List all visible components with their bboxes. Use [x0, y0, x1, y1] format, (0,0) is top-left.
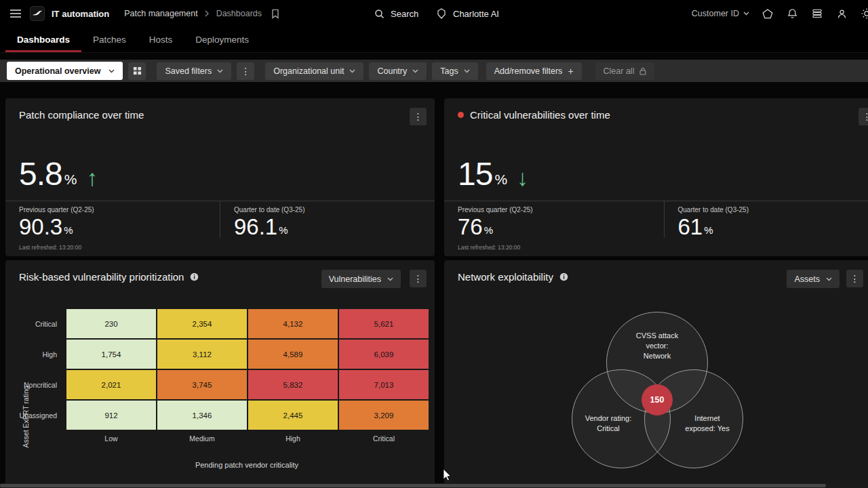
- kpi-value: 5.8 % ↑: [19, 158, 98, 190]
- filter-country[interactable]: Country: [369, 62, 427, 80]
- tab-dashboards[interactable]: Dashboards: [5, 27, 81, 52]
- plus-icon: +: [568, 66, 573, 77]
- hamburger-menu-button[interactable]: [7, 6, 24, 21]
- kebab-icon: ⋮: [863, 112, 868, 121]
- stat-label: Previous quarter (Q2-25): [19, 206, 206, 214]
- card-kebab-button[interactable]: ⋮: [410, 108, 427, 125]
- breadcrumb-patch-management[interactable]: Patch management: [124, 9, 197, 18]
- stack-button[interactable]: [810, 7, 824, 20]
- breadcrumb-dashboards[interactable]: Dashboards: [216, 9, 262, 18]
- info-icon[interactable]: [559, 272, 568, 281]
- kebab-icon: ⋮: [850, 274, 860, 283]
- venn-intersection-value[interactable]: 150: [642, 384, 673, 415]
- stat-unit: %: [484, 224, 493, 236]
- filter-tags[interactable]: Tags: [432, 62, 477, 80]
- grid-icon: [133, 66, 142, 75]
- topbar: IT automation Patch management Dashboard…: [0, 0, 868, 27]
- assets-dropdown[interactable]: Assets: [787, 270, 840, 288]
- customer-id-dropdown[interactable]: Customer ID: [692, 9, 749, 18]
- heatmap-cell[interactable]: 3,209: [339, 401, 429, 430]
- tab-deployments[interactable]: Deployments: [184, 27, 260, 52]
- bookmark-button[interactable]: [269, 6, 282, 22]
- stat-unit: %: [704, 224, 713, 236]
- dashboard-view-label: Operational overview: [15, 66, 100, 76]
- filter-label: Organizational unit: [273, 66, 344, 76]
- stat-previous-quarter: Previous quarter (Q2-25) 90.3 %: [5, 201, 220, 238]
- stat-unit: %: [64, 224, 73, 236]
- heatmap-cell[interactable]: 2,445: [248, 401, 338, 430]
- card-kebab-button[interactable]: ⋮: [859, 108, 868, 125]
- lock-icon: [639, 67, 646, 75]
- store-button[interactable]: [761, 7, 774, 20]
- global-search[interactable]: Search: [374, 9, 418, 19]
- card-title: Patch compliance over time: [19, 109, 144, 121]
- bell-icon: [787, 8, 797, 19]
- info-icon[interactable]: [190, 272, 199, 281]
- layout-toggle-button[interactable]: [128, 62, 146, 80]
- heatmap-cell[interactable]: 4,132: [248, 309, 338, 338]
- stat-value: 61: [678, 216, 703, 238]
- kpi-value: 15 % ↓: [458, 158, 528, 190]
- heatmap-cell[interactable]: 2,021: [66, 370, 156, 399]
- card-risk-prioritization: Risk-based vulnerability prioritization …: [5, 260, 435, 488]
- heatmap-cell[interactable]: 2,354: [157, 309, 247, 338]
- saved-filters-label: Saved filters: [165, 66, 212, 76]
- heatmap-cell[interactable]: 1,346: [157, 401, 247, 430]
- heatmap: Asset ExPRT rating Critical2302,3544,132…: [14, 309, 429, 446]
- search-label: Search: [391, 9, 418, 19]
- dashboard-view-select[interactable]: Operational overview: [7, 62, 123, 80]
- notifications-button[interactable]: [786, 7, 799, 20]
- scrollbar-thumb[interactable]: [0, 484, 826, 487]
- add-remove-filters-button[interactable]: Add/remove filters +: [486, 62, 582, 80]
- stat-quarter-to-date: Quarter to date (Q3-25) 96.1 %: [220, 201, 435, 238]
- heatmap-cell[interactable]: 912: [66, 401, 156, 430]
- heatmap-cell[interactable]: 5,832: [248, 370, 338, 399]
- stat-label: Quarter to date (Q3-25): [678, 206, 868, 214]
- heatmap-col-label: Low: [66, 432, 156, 445]
- heatmap-x-axis-label: Pending patch vendor criticality: [65, 461, 429, 469]
- heatmap-cell[interactable]: 3,745: [157, 370, 247, 399]
- chevron-right-icon: [205, 10, 210, 17]
- customer-id-label: Customer ID: [692, 9, 739, 18]
- card-title-text: Patch compliance over time: [19, 109, 144, 121]
- stack-icon: [812, 9, 823, 18]
- vulnerabilities-dropdown[interactable]: Vulnerabilities: [321, 270, 401, 288]
- heatmap-cell[interactable]: 1,754: [66, 340, 156, 369]
- hamburger-icon: [9, 9, 22, 18]
- stat-value: 76: [458, 216, 483, 238]
- clear-all-label: Clear all: [604, 66, 635, 76]
- filters-toolbar: Operational overview Saved filters ⋮ Org…: [0, 60, 868, 82]
- tab-hosts[interactable]: Hosts: [138, 27, 184, 52]
- last-refreshed: Last refreshed: 13:20:00: [458, 244, 520, 251]
- heatmap-cell[interactable]: 6,039: [339, 340, 429, 369]
- profile-button[interactable]: [835, 7, 848, 20]
- user-icon: [837, 9, 847, 19]
- card-kebab-button[interactable]: ⋮: [846, 270, 863, 287]
- heatmap-cell[interactable]: 5,621: [339, 309, 429, 338]
- card-network-exploitability: Network exploitability Assets ⋮ CVSS att…: [444, 260, 868, 488]
- heatmap-cell[interactable]: 230: [66, 309, 156, 338]
- tab-patches[interactable]: Patches: [81, 27, 138, 52]
- venn-label-vendor: Vendor rating: Critical: [566, 413, 650, 434]
- charlotte-ai-label: Charlotte AI: [453, 9, 499, 19]
- filter-organizational-unit[interactable]: Organizational unit: [265, 62, 363, 80]
- card-title: Risk-based vulnerability prioritization: [19, 271, 199, 283]
- heatmap-cell[interactable]: 4,589: [248, 340, 338, 369]
- toolbar-kebab-button[interactable]: ⋮: [237, 62, 254, 80]
- chevron-down-icon: [743, 12, 749, 16]
- sun-icon: [861, 8, 868, 19]
- heatmap-cell[interactable]: 3,112: [157, 340, 247, 369]
- card-kebab-button[interactable]: ⋮: [410, 270, 427, 287]
- charlotte-ai-button[interactable]: Charlotte AI: [436, 8, 499, 19]
- heatmap-cell[interactable]: 7,013: [339, 370, 429, 399]
- breadcrumb: Patch management Dashboards: [124, 6, 282, 22]
- clear-all-button[interactable]: Clear all: [595, 62, 655, 80]
- theme-button[interactable]: [860, 7, 868, 20]
- horizontal-scrollbar[interactable]: [0, 483, 868, 488]
- heatmap-col-label: High: [248, 432, 338, 445]
- status-dot: [458, 112, 464, 118]
- kebab-icon: ⋮: [414, 112, 423, 121]
- kpi-unit: %: [64, 171, 77, 188]
- card-title-text: Risk-based vulnerability prioritization: [19, 271, 184, 283]
- saved-filters-dropdown[interactable]: Saved filters: [157, 62, 231, 80]
